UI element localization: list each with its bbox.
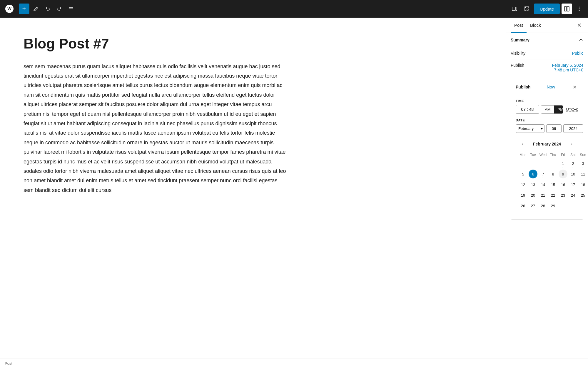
svg-rect-7 xyxy=(564,6,567,11)
calendar-day[interactable]: 7 xyxy=(538,169,548,179)
visibility-label: Visibility xyxy=(511,51,525,56)
calendar-day[interactable]: 28 xyxy=(538,200,548,211)
editor-area: Blog Post #7 sem sem maecenas purus quam… xyxy=(0,18,506,359)
svg-point-9 xyxy=(579,7,580,8)
collapse-icon xyxy=(579,38,583,42)
sidebar: Post Block ✕ Summary Visibility Public P… xyxy=(506,18,588,359)
calendar-day[interactable]: 25 xyxy=(578,190,588,200)
time-label: TIME xyxy=(516,99,578,103)
am-button[interactable]: AM xyxy=(541,106,554,113)
utc-label[interactable]: UTC+0 xyxy=(566,107,578,112)
status-bar: Post xyxy=(0,359,588,368)
view-post-button[interactable] xyxy=(522,4,532,14)
time-row: AM PM UTC+0 xyxy=(516,105,578,114)
status-label: Post xyxy=(5,361,12,366)
calendar-day xyxy=(568,200,578,211)
calendar: ← February 2024 → Mon Tue Wed Thu Fri xyxy=(516,138,578,215)
tab-post[interactable]: Post xyxy=(511,18,527,33)
publish-row: Publish February 6, 2024 7:48 pm UTC+0 xyxy=(511,59,583,76)
year-input[interactable] xyxy=(563,124,583,133)
calendar-day[interactable]: 5 xyxy=(518,169,528,179)
calendar-prev-button[interactable]: ← xyxy=(519,140,527,148)
date-row: January February March April May June Ju… xyxy=(516,124,578,133)
calendar-day[interactable]: 17 xyxy=(568,179,578,190)
calendar-day[interactable]: 6 xyxy=(528,169,538,179)
calendar-day[interactable]: 27 xyxy=(528,200,538,211)
preview-mode-button[interactable] xyxy=(509,4,520,14)
toolbar-right: Update xyxy=(509,4,584,14)
calendar-day xyxy=(578,200,588,211)
sidebar-tabs: Post Block ✕ xyxy=(506,18,588,33)
summary-title: Summary xyxy=(511,38,529,42)
day-input[interactable] xyxy=(546,124,562,133)
post-content[interactable]: sem sem maecenas purus quam lacus alique… xyxy=(24,62,288,195)
calendar-day[interactable]: 14 xyxy=(538,179,548,190)
settings-toggle-button[interactable] xyxy=(562,4,572,14)
summary-header[interactable]: Summary xyxy=(511,33,583,47)
publish-panel-header: Publish Now ✕ xyxy=(511,80,583,94)
document-overview-button[interactable] xyxy=(66,4,76,14)
publish-now-link[interactable]: Now xyxy=(547,85,555,89)
undo-button[interactable] xyxy=(42,4,53,14)
add-block-button[interactable]: + xyxy=(19,4,29,14)
svg-text:W: W xyxy=(7,6,11,11)
update-button[interactable]: Update xyxy=(534,4,560,14)
post-title[interactable]: Blog Post #7 xyxy=(24,35,482,52)
calendar-day[interactable]: 15 xyxy=(548,179,558,190)
calendar-day[interactable]: 16 xyxy=(558,179,568,190)
svg-rect-8 xyxy=(567,6,569,11)
publish-date-value[interactable]: February 6, 2024 7:48 pm UTC+0 xyxy=(552,63,583,72)
calendar-day[interactable]: 2 xyxy=(568,158,578,169)
calendar-day[interactable]: 12 xyxy=(518,179,528,190)
calendar-day[interactable]: 10 xyxy=(568,169,578,179)
calendar-month-title: February 2024 xyxy=(533,142,561,146)
calendar-day[interactable]: 8 xyxy=(548,169,558,179)
calendar-day[interactable]: 29 xyxy=(548,200,558,211)
calendar-day[interactable]: 1 xyxy=(558,158,568,169)
pm-button[interactable]: PM xyxy=(554,106,563,113)
publish-panel-close-button[interactable]: ✕ xyxy=(571,83,578,91)
publish-date-line1: February 6, 2024 xyxy=(552,63,583,68)
time-hours-input[interactable] xyxy=(516,105,539,114)
calendar-day[interactable]: 18 xyxy=(578,179,588,190)
publish-panel-title: Publish xyxy=(516,85,531,89)
am-pm-group: AM PM xyxy=(541,105,563,114)
calendar-day[interactable]: 3 xyxy=(578,158,588,169)
calendar-day xyxy=(518,158,528,169)
cal-header-fri: Fri xyxy=(558,152,568,158)
publish-panel: Publish Now ✕ TIME AM PM UTC+0 DATE xyxy=(511,80,583,220)
calendar-day xyxy=(528,158,538,169)
cal-header-thu: Thu xyxy=(548,152,558,158)
edit-mode-button[interactable] xyxy=(31,4,41,14)
visibility-value[interactable]: Public xyxy=(572,51,583,56)
date-label: DATE xyxy=(516,118,578,122)
calendar-grid: Mon Tue Wed Thu Fri Sat Sun 123456789101… xyxy=(518,152,588,211)
redo-button[interactable] xyxy=(54,4,65,14)
calendar-day[interactable]: 20 xyxy=(528,190,538,200)
calendar-day[interactable]: 23 xyxy=(558,190,568,200)
calendar-day[interactable]: 9 xyxy=(558,169,568,179)
calendar-day[interactable]: 22 xyxy=(548,190,558,200)
calendar-next-button[interactable]: → xyxy=(567,140,575,148)
calendar-day xyxy=(548,158,558,169)
calendar-day xyxy=(538,158,548,169)
cal-header-sat: Sat xyxy=(568,152,578,158)
month-select[interactable]: January February March April May June Ju… xyxy=(516,124,544,133)
tab-block[interactable]: Block xyxy=(527,18,544,33)
calendar-day[interactable]: 26 xyxy=(518,200,528,211)
publish-label: Publish xyxy=(511,63,524,68)
cal-header-wed: Wed xyxy=(538,152,548,158)
sidebar-close-button[interactable]: ✕ xyxy=(575,21,583,29)
more-options-button[interactable] xyxy=(574,4,584,14)
calendar-day[interactable]: 11 xyxy=(578,169,588,179)
summary-section: Summary Visibility Public Publish Februa… xyxy=(506,33,588,76)
calendar-day[interactable]: 19 xyxy=(518,190,528,200)
calendar-day[interactable]: 24 xyxy=(568,190,578,200)
toolbar: W + Update xyxy=(0,0,588,18)
calendar-day[interactable]: 21 xyxy=(538,190,548,200)
svg-rect-6 xyxy=(516,7,517,11)
publish-date-line2: 7:48 pm UTC+0 xyxy=(554,68,583,72)
calendar-day xyxy=(558,200,568,211)
calendar-day[interactable]: 13 xyxy=(528,179,538,190)
svg-point-11 xyxy=(579,10,580,11)
